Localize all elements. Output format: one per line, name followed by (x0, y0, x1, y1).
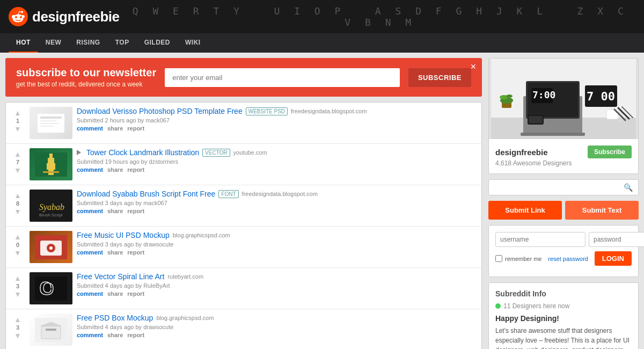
post-domain: freedesigndata.blogspot.com (291, 108, 367, 114)
report-action[interactable]: report (127, 166, 144, 173)
login-fields (495, 232, 632, 247)
post-author[interactable]: drawsocute (143, 324, 173, 330)
sidebar-hero-image: 7:00 7 00 (489, 59, 638, 139)
share-action[interactable]: share (107, 125, 123, 132)
online-count: 11 Designers here now (503, 302, 569, 310)
subreddit-info-title: Subreddit Info (495, 289, 632, 298)
nav-gilded[interactable]: GILDED (137, 33, 178, 53)
downvote-button[interactable]: ▼ (14, 290, 21, 298)
svg-rect-21 (41, 326, 61, 339)
nav-new[interactable]: NEW (38, 33, 69, 53)
report-action[interactable]: report (127, 249, 144, 256)
post-author[interactable]: drawsocute (143, 241, 173, 248)
share-action[interactable]: share (107, 290, 123, 297)
comment-action[interactable]: comment (77, 332, 103, 338)
post-meta: Submitted 4 days ago by drawsocute (77, 324, 477, 330)
downvote-button[interactable]: ▼ (14, 249, 21, 257)
main-content: subscribe to our newsletter get the best… (5, 58, 482, 349)
downvote-button[interactable]: ▼ (14, 208, 21, 215)
report-action[interactable]: report (127, 125, 144, 132)
post-actions: comment share report (77, 249, 477, 256)
nav-rising[interactable]: RISING (69, 33, 107, 53)
post-actions: comment share report (77, 290, 477, 297)
downvote-button[interactable]: ▼ (14, 125, 21, 133)
nav-wiki[interactable]: WIKI (178, 33, 208, 53)
upvote-button[interactable]: ▲ (14, 274, 21, 282)
post-title-row: Download Verisso Photoshop PSD Template … (77, 107, 477, 115)
username-input[interactable] (495, 232, 586, 247)
subreddit-tagline: Happy Designing! (495, 314, 632, 323)
submit-text-button[interactable]: Submit Text (565, 201, 639, 220)
sidebar-subreddit-info: designfreebie Subscribe 4,618 Awesome De… (489, 139, 638, 173)
newsletter-subscribe-button[interactable]: SUBSCRIBE (408, 68, 471, 87)
thumb-inner (30, 231, 72, 263)
comment-action[interactable]: comment (77, 290, 103, 297)
reset-password-link[interactable]: reset password (548, 256, 588, 262)
downvote-button[interactable]: ▼ (14, 332, 21, 339)
post-thumbnail (30, 148, 72, 180)
post-author[interactable]: mack067 (143, 200, 167, 206)
newsletter-close-button[interactable]: ✕ (470, 62, 477, 71)
post-author[interactable]: dzstormers (149, 158, 178, 165)
post-author[interactable]: mack067 (145, 117, 170, 123)
post-meta: Submitted 3 days ago by mack067 (77, 200, 477, 206)
comment-action[interactable]: comment (77, 125, 103, 132)
comment-action[interactable]: comment (77, 166, 103, 173)
post-title[interactable]: Download Syabab Brush Script Font Free (77, 190, 215, 198)
sidebar-subscribe-button[interactable]: Subscribe (588, 146, 632, 158)
post-item: ▲ 3 ▼ Free Vector Spiral Line Art (6, 268, 481, 309)
search-icon[interactable]: 🔍 (624, 183, 633, 192)
sidebar-search[interactable]: 🔍 (488, 179, 639, 195)
report-action[interactable]: report (127, 208, 144, 214)
post-thumbnail (30, 231, 72, 263)
comment-action[interactable]: comment (77, 249, 103, 256)
post-title-row: Tower Clock Landmark Illustration VECTOR… (77, 148, 477, 157)
post-meta: Submitted 3 days ago by drawsocute (77, 241, 477, 248)
post-title[interactable]: Free Music UI PSD Mockup (77, 231, 170, 239)
post-item: ▲ 1 ▼ Download Verisso Photoshop PSD Tem… (6, 103, 481, 144)
thumb-inner (30, 148, 72, 180)
vote-col: ▲ 3 ▼ (10, 272, 25, 298)
login-button[interactable]: LOGIN (595, 251, 632, 266)
newsletter-email-input[interactable] (165, 68, 400, 87)
upvote-button[interactable]: ▲ (14, 233, 21, 241)
post-thumbnail (30, 107, 72, 139)
post-actions: comment share report (77, 332, 477, 338)
vote-count: 7 (16, 159, 19, 165)
post-thumbnail: Syabab Brush Script (30, 190, 72, 222)
header: designfreebie Q W E R T Y U I O P A S D … (0, 0, 644, 33)
post-title[interactable]: Free Vector Spiral Line Art (77, 272, 164, 281)
nav-hot[interactable]: HOT (9, 33, 38, 53)
post-thumbnail (30, 272, 72, 304)
downvote-button[interactable]: ▼ (14, 166, 21, 174)
vote-count: 0 (16, 242, 19, 248)
sidebar-search-input[interactable] (494, 184, 624, 192)
share-action[interactable]: share (107, 208, 123, 214)
thumb-inner (30, 272, 72, 304)
upvote-button[interactable]: ▲ (14, 150, 21, 158)
submit-link-button[interactable]: Submit Link (488, 201, 562, 220)
logo[interactable]: designfreebie (9, 7, 120, 26)
post-title[interactable]: Download Verisso Photoshop PSD Template … (77, 107, 243, 115)
post-author[interactable]: RuleByArt (143, 282, 170, 289)
post-domain: blog.graphicspsd.com (156, 315, 214, 321)
online-indicator (495, 303, 501, 309)
share-action[interactable]: share (107, 332, 123, 338)
nav-top[interactable]: TOP (108, 33, 137, 53)
post-title[interactable]: Tower Clock Landmark Illustration (86, 148, 199, 157)
password-input[interactable] (589, 232, 644, 247)
remember-me-checkbox[interactable] (495, 255, 502, 262)
post-info: Free Music UI PSD Mockup blog.graphicsps… (77, 231, 477, 256)
post-title[interactable]: Free PSD Box Mockup (77, 314, 153, 322)
share-action[interactable]: share (107, 166, 123, 173)
post-meta: Submitted 4 days ago by RuleByArt (77, 282, 477, 289)
upvote-button[interactable]: ▲ (14, 316, 21, 323)
post-tag: VECTOR (202, 149, 230, 157)
upvote-button[interactable]: ▲ (14, 192, 21, 199)
upvote-button[interactable]: ▲ (14, 109, 21, 117)
thumb-inner (30, 107, 72, 139)
report-action[interactable]: report (127, 332, 144, 338)
share-action[interactable]: share (107, 249, 123, 256)
comment-action[interactable]: comment (77, 208, 103, 214)
report-action[interactable]: report (127, 290, 144, 297)
